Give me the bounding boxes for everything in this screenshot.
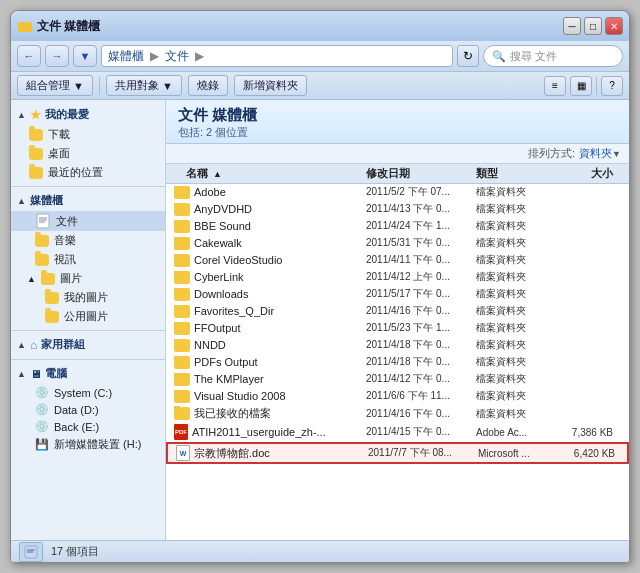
minimize-button[interactable]: ─ <box>563 17 581 35</box>
file-date: 2011/4/12 上午 0... <box>366 270 476 284</box>
sidebar-item-label: 音樂 <box>54 233 76 248</box>
table-row[interactable]: Favorites_Q_Dir 2011/4/16 下午 0... 檔案資料夾 <box>166 303 629 320</box>
file-date: 2011/7/7 下午 08... <box>368 446 478 460</box>
file-type: 檔案資料夾 <box>476 372 556 386</box>
sidebar-item-network-drive[interactable]: 💾 新增媒體裝置 (H:) <box>11 435 165 454</box>
sidebar-media-header[interactable]: ▲ 媒體櫃 <box>11 190 165 211</box>
table-row[interactable]: Adobe 2011/5/2 下午 07... 檔案資料夾 <box>166 184 629 201</box>
col-type[interactable]: 類型 <box>476 166 556 181</box>
folder-icon <box>174 203 190 216</box>
sidebar-item-drive-c[interactable]: 💿 System (C:) <box>11 384 165 401</box>
address-field[interactable]: 媒體櫃 ▶ 文件 ▶ <box>101 45 453 67</box>
folder-icon <box>174 407 190 420</box>
sidebar-item-my-pictures[interactable]: 我的圖片 <box>11 288 165 307</box>
col-sort-arrow-icon: ▲ <box>213 169 222 179</box>
file-list: Adobe 2011/5/2 下午 07... 檔案資料夾 AnyDVDHD 2… <box>166 184 629 540</box>
file-name: AnyDVDHD <box>166 203 366 216</box>
table-row[interactable]: BBE Sound 2011/4/24 下午 1... 檔案資料夾 <box>166 218 629 235</box>
status-bar: 17 個項目 <box>11 540 629 562</box>
table-row[interactable]: The KMPlayer 2011/4/12 下午 0... 檔案資料夾 <box>166 371 629 388</box>
table-row[interactable]: FFOutput 2011/5/23 下午 1... 檔案資料夾 <box>166 320 629 337</box>
file-type: 檔案資料夾 <box>476 202 556 216</box>
main-content: ▲ ★ 我的最愛 下載 桌面 最近的位置 <box>11 100 629 540</box>
dropdown-button[interactable]: ▼ <box>73 45 97 67</box>
folder-icon <box>45 311 59 323</box>
file-name: Downloads <box>166 288 366 301</box>
folder-icon <box>29 129 43 141</box>
file-type: Adobe Ac... <box>476 427 556 438</box>
pane-title: 文件 媒體櫃 <box>178 106 617 125</box>
table-row[interactable]: Cakewalk 2011/5/31 下午 0... 檔案資料夾 <box>166 235 629 252</box>
view2-button[interactable]: ▦ <box>570 76 592 96</box>
file-size: 7,386 KB <box>556 427 621 438</box>
help-button[interactable]: ? <box>601 76 623 96</box>
sidebar-item-label: Data (D:) <box>54 404 99 416</box>
share-button[interactable]: 共用對象 ▼ <box>106 75 182 96</box>
table-row[interactable]: NNDD 2011/4/18 下午 0... 檔案資料夾 <box>166 337 629 354</box>
file-date: 2011/4/15 下午 0... <box>366 425 476 439</box>
sidebar-media-section: ▲ 媒體櫃 文件 音樂 <box>11 190 165 326</box>
title-bar: 文件 媒體櫃 ─ □ ✕ <box>11 11 629 41</box>
sidebar-item-public-pictures[interactable]: 公用圖片 <box>11 307 165 326</box>
sidebar-item-drive-e[interactable]: 💿 Back (E:) <box>11 418 165 435</box>
sidebar-favorites-label: 我的最愛 <box>45 107 89 122</box>
sidebar-item-music[interactable]: 音樂 <box>11 231 165 250</box>
maximize-button[interactable]: □ <box>584 17 602 35</box>
file-status-icon <box>23 544 39 560</box>
forward-button[interactable]: → <box>45 45 69 67</box>
col-date[interactable]: 修改日期 <box>366 166 476 181</box>
back-button[interactable]: ← <box>17 45 41 67</box>
sidebar-item-video[interactable]: 視訊 <box>11 250 165 269</box>
view-toggle-button[interactable]: ≡ <box>544 76 566 96</box>
drive-icon: 💿 <box>35 403 49 416</box>
burn-button[interactable]: 燒錄 <box>188 75 228 96</box>
media-arrow-icon: ▲ <box>17 196 26 206</box>
folder-icon <box>29 148 43 160</box>
sidebar-divider-2 <box>11 330 165 331</box>
table-row[interactable]: Corel VideoStudio 2011/4/11 下午 0... 檔案資料… <box>166 252 629 269</box>
toolbar-separator <box>99 77 100 95</box>
table-row[interactable]: Downloads 2011/5/17 下午 0... 檔案資料夾 <box>166 286 629 303</box>
sidebar-favorites-header[interactable]: ▲ ★ 我的最愛 <box>11 104 165 125</box>
col-name[interactable]: 名稱 ▲ <box>166 166 366 181</box>
sidebar-computer-header[interactable]: ▲ 🖥 電腦 <box>11 363 165 384</box>
new-folder-button[interactable]: 新增資料夾 <box>234 75 307 96</box>
table-row[interactable]: AnyDVDHD 2011/4/13 下午 0... 檔案資料夾 <box>166 201 629 218</box>
close-button[interactable]: ✕ <box>605 17 623 35</box>
drive-icon: 💿 <box>35 420 49 433</box>
table-row[interactable]: 我已接收的檔案 2011/4/16 下午 0... 檔案資料夾 <box>166 405 629 423</box>
table-row[interactable]: W 宗教博物館.doc 2011/7/7 下午 08... Microsoft … <box>166 442 629 464</box>
sidebar-homegroup-header[interactable]: ▲ ⌂ 家用群組 <box>11 334 165 355</box>
sort-value[interactable]: 資料夾 <box>579 146 612 161</box>
folder-icon <box>35 235 49 247</box>
sidebar-item-label: 新增媒體裝置 (H:) <box>54 437 141 452</box>
sidebar-item-label: 桌面 <box>48 146 70 161</box>
organize-button[interactable]: 組合管理 ▼ <box>17 75 93 96</box>
table-row[interactable]: Visual Studio 2008 2011/6/6 下午 11... 檔案資… <box>166 388 629 405</box>
help-icon: ? <box>609 80 615 91</box>
file-date: 2011/4/18 下午 0... <box>366 338 476 352</box>
file-name: Cakewalk <box>166 237 366 250</box>
sidebar-item-desktop[interactable]: 桌面 <box>11 144 165 163</box>
folder-icon <box>174 237 190 250</box>
sidebar-item-drive-d[interactable]: 💿 Data (D:) <box>11 401 165 418</box>
sidebar-item-documents[interactable]: 文件 <box>11 211 165 231</box>
file-type: 檔案資料夾 <box>476 407 556 421</box>
toolbar-sep2 <box>596 77 597 95</box>
window-title: 文件 媒體櫃 <box>37 18 100 35</box>
sidebar-computer-section: ▲ 🖥 電腦 💿 System (C:) 💿 Data (D:) 💿 Back … <box>11 363 165 454</box>
homegroup-icon: ⌂ <box>30 338 37 352</box>
search-box[interactable]: 🔍 搜尋 文件 <box>483 45 623 67</box>
table-row[interactable]: CyberLink 2011/4/12 上午 0... 檔案資料夾 <box>166 269 629 286</box>
sidebar-item-recent[interactable]: 最近的位置 <box>11 163 165 182</box>
pane-subtitle: 包括: 2 個位置 <box>178 125 617 140</box>
file-type: 檔案資料夾 <box>476 270 556 284</box>
table-row[interactable]: PDF ATIH2011_userguide_zh-... 2011/4/15 … <box>166 423 629 442</box>
refresh-button[interactable]: ↻ <box>457 45 479 67</box>
col-size[interactable]: 大小 <box>556 166 621 181</box>
sidebar-divider-1 <box>11 186 165 187</box>
sidebar-item-pictures[interactable]: ▲ 圖片 <box>11 269 165 288</box>
sidebar-item-downloads[interactable]: 下載 <box>11 125 165 144</box>
sidebar-item-label: System (C:) <box>54 387 112 399</box>
table-row[interactable]: PDFs Output 2011/4/18 下午 0... 檔案資料夾 <box>166 354 629 371</box>
